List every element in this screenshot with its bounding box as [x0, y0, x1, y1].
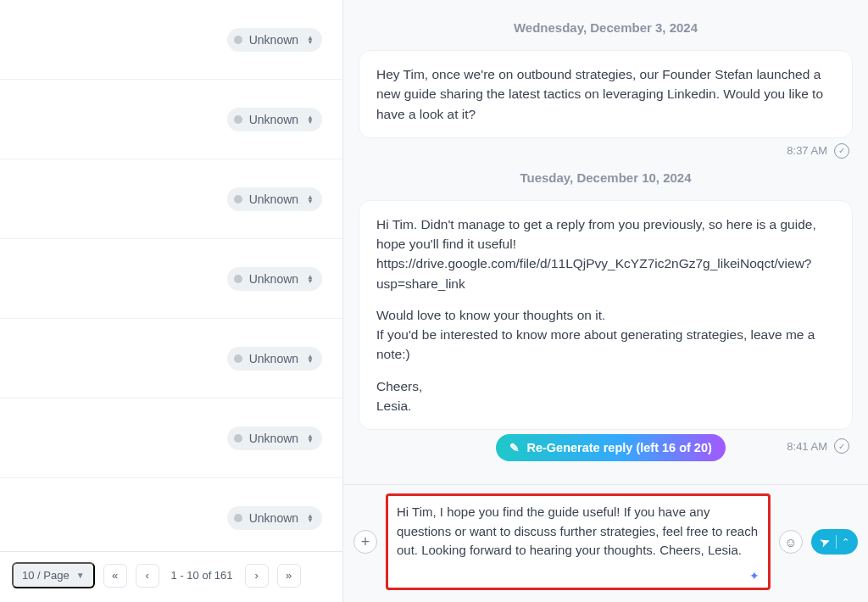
read-receipt-icon: ✓: [834, 438, 849, 454]
ai-indicator-icon: ✦: [749, 569, 760, 582]
caret-up-icon: ⌃: [842, 537, 849, 548]
attach-button[interactable]: +: [353, 530, 377, 554]
status-dot-icon: [234, 354, 242, 363]
sort-icon: ▲▼: [307, 514, 314, 522]
message-bubble: Hey Tim, once we're on outbound strategi…: [359, 50, 853, 138]
regenerate-button[interactable]: ✎Re-Generate reply (left 16 of 20): [496, 434, 725, 461]
first-page-button[interactable]: «: [103, 564, 127, 588]
compose-bar: + ✦ ☺ ➤ ⌃: [343, 484, 868, 602]
status-dot-icon: [234, 36, 242, 44]
status-chip[interactable]: Unknown▲▼: [227, 108, 322, 131]
list-item[interactable]: Unknown▲▼: [0, 159, 342, 239]
sidebar: Unknown▲▼Unknown▲▼Unknown▲▼Unknown▲▼Unkn…: [0, 0, 343, 602]
regenerate-row: ✎Re-Generate reply (left 16 of 20): [496, 434, 725, 461]
status-dot-icon: [234, 275, 242, 283]
next-page-button[interactable]: ›: [245, 564, 269, 588]
emoji-button[interactable]: ☺: [779, 530, 803, 554]
message-meta: 8:41 AM✓: [787, 438, 849, 454]
status-dot-icon: [234, 195, 242, 203]
message-text: Hi Tim. Didn't manage to get a reply fro…: [376, 215, 835, 293]
date-separator: Wednesday, December 3, 2024: [359, 20, 853, 35]
list-item[interactable]: Unknown▲▼: [0, 399, 342, 478]
prev-page-button[interactable]: ‹: [136, 564, 159, 588]
conversation-panel: Wednesday, December 3, 2024Hey Tim, once…: [343, 0, 868, 602]
per-page-select[interactable]: 10 / Page ▼: [12, 562, 95, 588]
regenerate-label: Re-Generate reply (left 16 of 20): [526, 441, 711, 454]
contact-list: Unknown▲▼Unknown▲▼Unknown▲▼Unknown▲▼Unkn…: [0, 0, 342, 551]
status-label: Unknown: [249, 192, 298, 206]
sort-icon: ▲▼: [307, 115, 314, 124]
message-time: 8:37 AM: [787, 144, 827, 157]
list-item[interactable]: Unknown▲▼: [0, 239, 342, 319]
list-item[interactable]: Unknown▲▼: [0, 0, 342, 80]
message-scroll[interactable]: Wednesday, December 3, 2024Hey Tim, once…: [343, 0, 868, 484]
list-item[interactable]: Unknown▲▼: [0, 478, 342, 551]
status-dot-icon: [234, 115, 242, 124]
plus-icon: +: [361, 533, 370, 551]
list-item[interactable]: Unknown▲▼: [0, 319, 342, 399]
status-chip[interactable]: Unknown▲▼: [227, 347, 322, 371]
message-bubble: Hi Tim. Didn't manage to get a reply fro…: [359, 200, 853, 430]
divider: [836, 535, 837, 549]
status-chip[interactable]: Unknown▲▼: [227, 187, 322, 211]
status-chip[interactable]: Unknown▲▼: [227, 28, 322, 52]
smile-icon: ☺: [784, 535, 797, 549]
status-label: Unknown: [249, 352, 298, 365]
message-text: Cheers, Lesia.: [376, 376, 835, 416]
sort-icon: ▲▼: [307, 195, 314, 203]
per-page-label: 10 / Page: [22, 569, 70, 582]
pagination-bar: 10 / Page ▼ « ‹ 1 - 10 of 161 › »: [0, 551, 342, 602]
message-text: Would love to know your thoughts on it. …: [376, 305, 835, 365]
send-icon: ➤: [817, 532, 832, 550]
sort-icon: ▲▼: [307, 434, 314, 443]
sort-icon: ▲▼: [307, 36, 314, 44]
sort-icon: ▲▼: [307, 275, 314, 283]
read-receipt-icon: ✓: [834, 143, 849, 159]
status-label: Unknown: [249, 432, 298, 445]
sort-icon: ▲▼: [307, 354, 314, 363]
status-chip[interactable]: Unknown▲▼: [227, 506, 322, 530]
status-chip[interactable]: Unknown▲▼: [227, 426, 322, 450]
message-footer: ✎Re-Generate reply (left 16 of 20)8:41 A…: [359, 435, 853, 465]
status-chip[interactable]: Unknown▲▼: [227, 267, 322, 291]
status-label: Unknown: [249, 33, 298, 47]
wand-icon: ✎: [509, 441, 520, 454]
last-page-button[interactable]: »: [277, 564, 301, 588]
status-label: Unknown: [249, 113, 298, 126]
message-time: 8:41 AM: [787, 440, 827, 453]
send-button[interactable]: ➤ ⌃: [811, 529, 858, 555]
draft-highlight: ✦: [386, 493, 771, 590]
caret-down-icon: ▼: [76, 571, 85, 580]
message-input[interactable]: [397, 503, 760, 577]
status-dot-icon: [234, 514, 242, 522]
message-text: Hey Tim, once we're on outbound strategi…: [376, 64, 835, 124]
page-range-label: 1 - 10 of 161: [168, 569, 236, 582]
message-meta: 8:37 AM✓: [359, 143, 849, 159]
status-label: Unknown: [249, 272, 298, 286]
date-separator: Tuesday, December 10, 2024: [359, 170, 853, 185]
status-dot-icon: [234, 434, 242, 443]
list-item[interactable]: Unknown▲▼: [0, 80, 342, 159]
status-label: Unknown: [249, 511, 298, 525]
